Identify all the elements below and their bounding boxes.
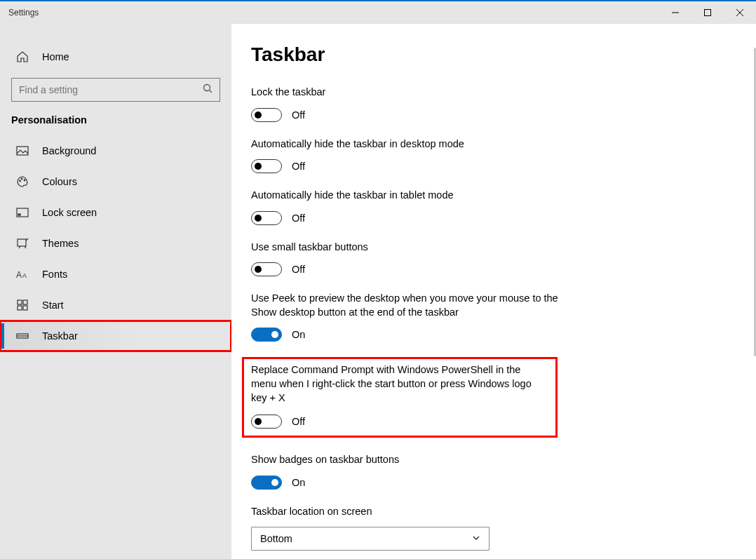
svg-text:A: A bbox=[16, 270, 22, 280]
svg-rect-1 bbox=[705, 10, 711, 16]
setting-label: Use Peek to preview the desktop when you… bbox=[251, 292, 560, 319]
sidebar-item-background[interactable]: Background bbox=[0, 135, 231, 166]
toggle-state: On bbox=[292, 329, 305, 340]
page-title: Taskbar bbox=[251, 43, 752, 66]
setting-label: Use small taskbar buttons bbox=[251, 241, 560, 255]
setting-location: Taskbar location on screen Bottom bbox=[251, 505, 560, 551]
setting-label: Automatically hide the taskbar in deskto… bbox=[251, 137, 560, 151]
sidebar-item-label: Taskbar bbox=[42, 330, 78, 342]
svg-rect-12 bbox=[18, 239, 26, 246]
svg-point-4 bbox=[204, 85, 210, 91]
search-icon bbox=[203, 83, 212, 96]
sidebar-item-taskbar[interactable]: Taskbar bbox=[0, 321, 231, 351]
svg-point-8 bbox=[21, 178, 22, 180]
toggle-state: Off bbox=[292, 264, 305, 275]
sidebar-item-label: Fonts bbox=[42, 269, 67, 280]
search-field[interactable] bbox=[19, 84, 203, 95]
toggle-badges[interactable] bbox=[251, 476, 282, 490]
sidebar-item-label: Lock screen bbox=[42, 207, 97, 218]
sidebar-item-fonts[interactable]: AA Fonts bbox=[0, 259, 231, 290]
sidebar-home-label: Home bbox=[42, 51, 69, 62]
setting-peek: Use Peek to preview the desktop when you… bbox=[251, 292, 560, 342]
sidebar-item-label: Colours bbox=[42, 176, 77, 187]
maximize-button[interactable] bbox=[691, 1, 724, 24]
setting-autohide-desktop: Automatically hide the taskbar in deskto… bbox=[251, 137, 560, 174]
sidebar-home[interactable]: Home bbox=[0, 41, 231, 72]
toggle-state: Off bbox=[292, 109, 305, 121]
toggle-state: Off bbox=[292, 213, 305, 224]
chevron-down-icon bbox=[472, 533, 480, 544]
main-scroll[interactable]: Taskbar Lock the taskbar Off Automatical… bbox=[231, 24, 752, 559]
minimize-button[interactable] bbox=[659, 1, 691, 24]
sidebar-item-start[interactable]: Start bbox=[0, 290, 231, 321]
setting-label: Automatically hide the taskbar in tablet… bbox=[251, 189, 560, 203]
main-pane: Taskbar Lock the taskbar Off Automatical… bbox=[231, 24, 756, 559]
toggle-state: On bbox=[292, 477, 305, 488]
search-wrap bbox=[0, 78, 231, 114]
setting-lock-taskbar: Lock the taskbar Off bbox=[251, 86, 560, 122]
window-title: Settings bbox=[0, 8, 39, 18]
window-body: Home Personalisation Background bbox=[0, 24, 756, 559]
close-button[interactable] bbox=[724, 1, 756, 24]
home-icon bbox=[15, 50, 29, 64]
toggle-small-buttons[interactable] bbox=[251, 262, 282, 276]
svg-point-7 bbox=[20, 180, 21, 182]
search-input[interactable] bbox=[11, 78, 220, 102]
start-icon bbox=[15, 298, 29, 312]
sidebar-item-label: Start bbox=[42, 299, 64, 311]
setting-powershell: Replace Command Prompt with Windows Powe… bbox=[251, 363, 548, 429]
toggle-peek[interactable] bbox=[251, 328, 282, 342]
toggle-autohide-desktop[interactable] bbox=[251, 159, 282, 173]
setting-small-buttons: Use small taskbar buttons Off bbox=[251, 241, 560, 277]
settings-window: Settings Home bbox=[0, 0, 756, 559]
toggle-lock-taskbar[interactable] bbox=[251, 108, 282, 122]
setting-label: Lock the taskbar bbox=[251, 86, 560, 100]
toggle-autohide-tablet[interactable] bbox=[251, 211, 282, 225]
titlebar: Settings bbox=[0, 1, 756, 24]
toggle-powershell[interactable] bbox=[251, 415, 282, 429]
sidebar-item-label: Background bbox=[42, 145, 96, 156]
svg-rect-17 bbox=[18, 306, 22, 310]
fonts-icon: AA bbox=[15, 267, 29, 281]
lockscreen-icon bbox=[15, 206, 29, 220]
svg-rect-18 bbox=[23, 306, 27, 310]
svg-line-5 bbox=[210, 90, 212, 93]
palette-icon bbox=[15, 175, 29, 189]
dropdown-location[interactable]: Bottom bbox=[251, 527, 490, 551]
svg-point-9 bbox=[24, 180, 25, 181]
picture-icon bbox=[15, 144, 29, 158]
sidebar-item-themes[interactable]: Themes bbox=[0, 228, 231, 259]
highlight-box: Replace Command Prompt with Windows Powe… bbox=[242, 357, 558, 438]
themes-icon bbox=[15, 236, 29, 250]
dropdown-value: Bottom bbox=[260, 533, 292, 544]
toggle-state: Off bbox=[292, 416, 305, 427]
svg-rect-15 bbox=[18, 300, 22, 304]
toggle-state: Off bbox=[292, 161, 305, 172]
sidebar: Home Personalisation Background bbox=[0, 24, 231, 559]
svg-rect-16 bbox=[23, 300, 27, 304]
setting-label: Replace Command Prompt with Windows Powe… bbox=[251, 363, 548, 405]
sidebar-item-lockscreen[interactable]: Lock screen bbox=[0, 197, 231, 228]
sidebar-item-label: Themes bbox=[42, 238, 79, 249]
setting-label: Show badges on taskbar buttons bbox=[251, 453, 560, 467]
taskbar-icon bbox=[15, 329, 29, 343]
setting-label: Taskbar location on screen bbox=[251, 505, 560, 519]
toggle-row: Off bbox=[251, 108, 560, 122]
sidebar-item-colours[interactable]: Colours bbox=[0, 166, 231, 197]
svg-rect-11 bbox=[18, 214, 20, 215]
setting-autohide-tablet: Automatically hide the taskbar in tablet… bbox=[251, 189, 560, 225]
sidebar-section-title: Personalisation bbox=[0, 114, 231, 135]
svg-rect-6 bbox=[17, 147, 28, 155]
svg-text:A: A bbox=[22, 272, 27, 279]
setting-badges: Show badges on taskbar buttons On bbox=[251, 453, 560, 490]
